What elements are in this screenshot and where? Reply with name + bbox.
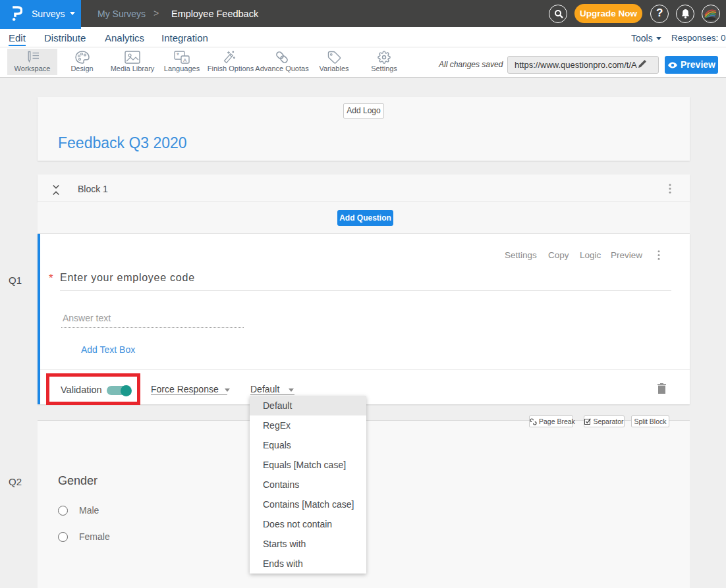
svg-text:A: A xyxy=(183,57,187,63)
svg-text:*: * xyxy=(177,52,179,59)
